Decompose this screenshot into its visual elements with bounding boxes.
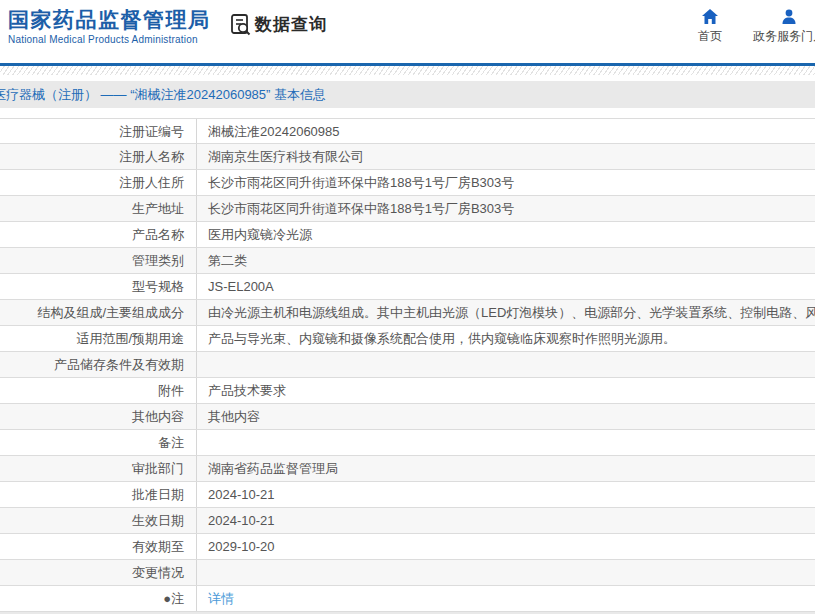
logo-title: 国家药品监督管理局 <box>8 7 211 32</box>
row-label: 适用范围/预期用途 <box>0 326 197 351</box>
table-row: 审批部门 湖南省药品监督管理局 <box>0 456 815 482</box>
table-row: 注册证编号 湘械注准20242060985 <box>0 118 815 144</box>
row-label: 附件 <box>0 378 197 403</box>
table-row: 注册人住所 长沙市雨花区同升街道环保中路188号1号厂房B303号 <box>0 170 815 196</box>
logo-subtitle: National Medical Products Administration <box>8 34 211 45</box>
table-row: 附件 产品技术要求 <box>0 378 815 404</box>
row-value: 2024-10-21 <box>197 482 815 507</box>
row-label: 管理类别 <box>0 248 197 273</box>
row-label: 注册证编号 <box>0 119 197 143</box>
row-label: 变更情况 <box>0 560 197 585</box>
row-label: 结构及组成/主要组成成分 <box>0 300 197 325</box>
row-label: 型号规格 <box>0 274 197 299</box>
table-row: 批准日期 2024-10-21 <box>0 482 815 508</box>
header: 国家药品监督管理局 National Medical Products Admi… <box>0 0 815 63</box>
row-value: 湘械注准20242060985 <box>197 119 815 143</box>
table-row: 有效期至 2029-10-20 <box>0 534 815 560</box>
row-label: 有效期至 <box>0 534 197 559</box>
row-value <box>197 430 815 455</box>
table-row: 产品储存条件及有效期 <box>0 352 815 378</box>
nav-portal[interactable]: 政务服务门户 <box>746 9 815 45</box>
row-label: 其他内容 <box>0 404 197 429</box>
row-label: 注册人名称 <box>0 144 197 169</box>
table-row: 产品名称 医用内窥镜冷光源 <box>0 222 815 248</box>
table-row: 适用范围/预期用途 产品与导光束、内窥镜和摄像系统配合使用，供内窥镜临床观察时作… <box>0 326 815 352</box>
row-value <box>197 560 815 585</box>
row-value: 湖南省药品监督管理局 <box>197 456 815 481</box>
stripe-band <box>0 66 815 75</box>
table-row: ●注 详情 <box>0 586 815 612</box>
table-row: 备注 <box>0 430 815 456</box>
nav-portal-label: 政务服务门户 <box>753 28 815 45</box>
home-icon <box>702 9 718 24</box>
row-value: 医用内窥镜冷光源 <box>197 222 815 247</box>
nmpa-logo[interactable]: 国家药品监督管理局 National Medical Products Admi… <box>8 7 211 45</box>
table-row: 其他内容 其他内容 <box>0 404 815 430</box>
row-value <box>197 352 815 377</box>
document-search-icon <box>228 12 253 37</box>
table-row: 生效日期 2024-10-21 <box>0 508 815 534</box>
row-label: 产品储存条件及有效期 <box>0 352 197 377</box>
breadcrumb: 医疗器械（注册） —— “湘械注准20242060985” 基本信息 <box>0 81 815 108</box>
registration-info-table: 注册证编号 湘械注准20242060985 注册人名称 湖南京生医疗科技有限公司… <box>0 118 815 612</box>
row-value: 产品与导光束、内窥镜和摄像系统配合使用，供内窥镜临床观察时作照明光源用。 <box>197 326 815 351</box>
row-value: 湖南京生医疗科技有限公司 <box>197 144 815 169</box>
breadcrumb-text: 医疗器械（注册） —— “湘械注准20242060985” 基本信息 <box>0 81 326 108</box>
data-query-heading: 数据查询 <box>228 12 327 37</box>
row-value: 详情 <box>197 586 815 611</box>
row-label: 生产地址 <box>0 196 197 221</box>
row-label: ●注 <box>0 586 197 611</box>
row-value: 2024-10-21 <box>197 508 815 533</box>
row-value: 第二类 <box>197 248 815 273</box>
row-value: 产品技术要求 <box>197 378 815 403</box>
row-label: 审批部门 <box>0 456 197 481</box>
row-label: 产品名称 <box>0 222 197 247</box>
table-row: 生产地址 长沙市雨花区同升街道环保中路188号1号厂房B303号 <box>0 196 815 222</box>
table-row: 结构及组成/主要组成成分 由冷光源主机和电源线组成。其中主机由光源（LED灯泡模… <box>0 300 815 326</box>
page: 国家药品监督管理局 National Medical Products Admi… <box>0 0 815 614</box>
row-label: 注册人住所 <box>0 170 197 195</box>
detail-link[interactable]: 详情 <box>208 591 234 606</box>
data-query-label: 数据查询 <box>255 13 327 36</box>
user-icon <box>781 9 797 24</box>
table-row: 管理类别 第二类 <box>0 248 815 274</box>
row-value: 其他内容 <box>197 404 815 429</box>
row-value: 长沙市雨花区同升街道环保中路188号1号厂房B303号 <box>197 196 815 221</box>
nav-home-label: 首页 <box>698 28 722 45</box>
row-label: 生效日期 <box>0 508 197 533</box>
row-value: 由冷光源主机和电源线组成。其中主机由光源（LED灯泡模块）、电源部分、光学装置系… <box>197 300 815 325</box>
table-row: 变更情况 <box>0 560 815 586</box>
row-value: JS-EL200A <box>197 274 815 299</box>
nav-home[interactable]: 首页 <box>692 9 728 45</box>
table-row: 型号规格 JS-EL200A <box>0 274 815 300</box>
row-value: 2029-10-20 <box>197 534 815 559</box>
row-value: 长沙市雨花区同升街道环保中路188号1号厂房B303号 <box>197 170 815 195</box>
row-label: 批准日期 <box>0 482 197 507</box>
table-row: 注册人名称 湖南京生医疗科技有限公司 <box>0 144 815 170</box>
row-label: 备注 <box>0 430 197 455</box>
